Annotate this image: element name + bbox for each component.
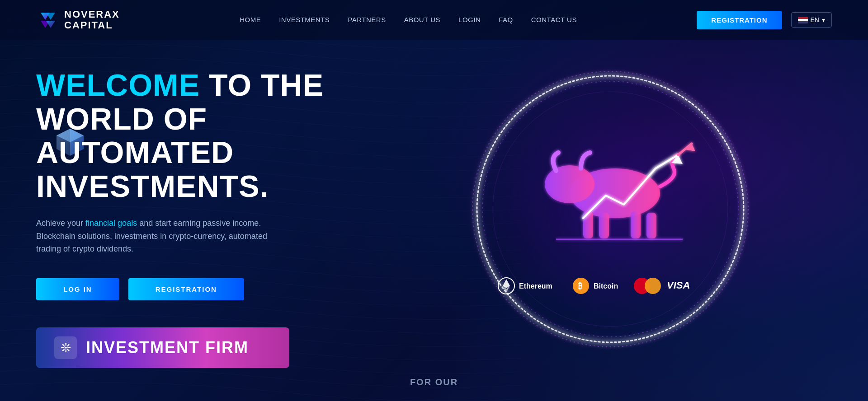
svg-text:Bitcoin: Bitcoin [594,282,618,290]
hero-registration-button[interactable]: REGISTRATION [128,278,244,300]
logo-icon [36,8,60,32]
hero-description: Achieve your financial goals and start e… [36,217,280,256]
flag-icon [798,17,808,23]
banner-text-normal: INVESTMENT [86,338,205,357]
hero-desc-link[interactable]: financial goals [85,219,137,228]
hero-buttons: LOG IN REGISTRATION [36,278,389,300]
svg-rect-16 [631,211,641,238]
logo-line1: NOVERAX [64,9,120,20]
nav-partners[interactable]: PARTNERS [348,16,386,23]
hero-title-highlight: WELCOME [36,68,200,102]
banner-symbol: ❊ [61,340,71,355]
chevron-down-icon: ▾ [822,16,825,23]
svg-text:Ethereum: Ethereum [519,282,552,290]
svg-rect-15 [599,213,609,238]
nav-faq[interactable]: FAQ [499,16,513,23]
circle-container: Ethereum ₿ Bitcoin VISA [457,56,764,363]
banner-text-bold: FIRM [205,338,249,357]
nav-right: REGISTRATION EN ▾ [697,11,832,29]
logo-text: NOVERAX CAPITAL [64,9,120,31]
lang-code: EN [811,16,819,23]
svg-rect-17 [646,213,656,238]
logo[interactable]: NOVERAX CAPITAL [36,8,120,32]
language-selector[interactable]: EN ▾ [791,12,832,28]
banner-icon: ❊ [54,336,77,359]
nav-links: HOME INVESTMENTS PARTNERS ABOUT US LOGIN… [240,16,577,24]
hero-right-visual: Ethereum ₿ Bitcoin VISA [389,51,832,367]
hero-section: WELCOME TO THE WORLD OF AUTOMATED INVEST… [0,40,868,378]
investment-firm-banner[interactable]: ❊ INVESTMENT FIRM [36,327,289,368]
svg-text:VISA: VISA [667,280,690,291]
nav-login[interactable]: LOGIN [458,16,481,23]
nav-investments[interactable]: INVESTMENTS [279,16,330,23]
banner-text: INVESTMENT FIRM [86,338,249,357]
svg-point-30 [645,278,661,294]
navbar: NOVERAX CAPITAL HOME INVESTMENTS PARTNER… [0,0,868,40]
logo-line2: CAPITAL [64,20,120,31]
nav-contact[interactable]: CONTACT US [531,16,577,23]
hero-desc-sub: Blockchain solutions, investments in cry… [36,232,267,254]
login-button[interactable]: LOG IN [36,278,119,300]
registration-button[interactable]: REGISTRATION [697,11,782,29]
svg-text:₿: ₿ [578,281,582,290]
hero-desc-normal: Achieve your [36,219,85,228]
bottom-text: FOR OUR [410,377,458,387]
nav-home[interactable]: HOME [240,16,261,23]
hero-left: WELCOME TO THE WORLD OF AUTOMATED INVEST… [36,50,389,368]
hero-title: WELCOME TO THE WORLD OF AUTOMATED INVEST… [36,68,389,203]
hero-desc-after: and start earning passive income. [137,219,261,228]
nav-about[interactable]: ABOUT US [404,16,440,23]
bottom-hint: FOR OUR [410,377,458,387]
svg-point-13 [545,165,594,203]
circle-visual: Ethereum ₿ Bitcoin VISA [457,56,764,363]
